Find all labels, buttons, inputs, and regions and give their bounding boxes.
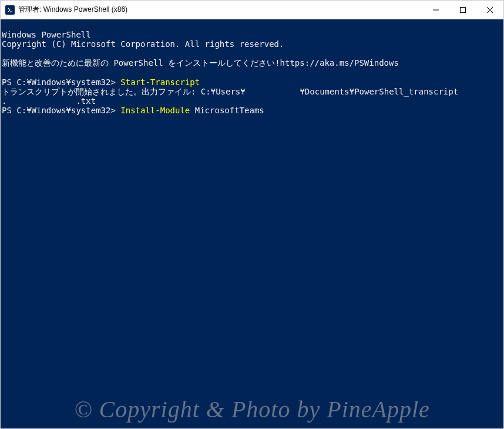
titlebar[interactable]: 管理者: Windows PowerShell (x86) <box>1 1 503 19</box>
maximize-icon <box>460 7 466 13</box>
powershell-window: 管理者: Windows PowerShell (x86) Windows Po… <box>0 0 504 429</box>
prompt: PS C:¥Windows¥system32> <box>2 106 120 115</box>
terminal-content[interactable]: Windows PowerShell Copyright (C) Microso… <box>1 19 503 428</box>
close-icon <box>487 7 493 13</box>
terminal-line: PS C:¥Windows¥system32> Install-Module M… <box>2 106 264 115</box>
powershell-icon <box>5 5 15 15</box>
close-button[interactable] <box>476 1 503 19</box>
minimize-icon <box>433 7 439 13</box>
terminal-line: PS C:¥Windows¥system32> Start-Transcript <box>2 77 200 87</box>
terminal-line: トランスクリプトが開始されました。出力ファイル: C:¥Users¥ ¥Docu… <box>2 87 458 96</box>
prompt: PS C:¥Windows¥system32> <box>2 77 120 87</box>
terminal-line: Windows PowerShell <box>2 30 91 39</box>
svg-rect-0 <box>461 7 466 12</box>
window-controls <box>422 1 503 19</box>
terminal-line: Copyright (C) Microsoft Corporation. All… <box>2 39 284 49</box>
minimize-button[interactable] <box>422 1 449 19</box>
maximize-button[interactable] <box>449 1 476 19</box>
command-arg: MicrosoftTeams <box>190 106 264 115</box>
command: Start-Transcript <box>120 77 200 87</box>
terminal-line: . .txt <box>2 96 96 106</box>
command: Install-Module <box>120 106 190 115</box>
window-title: 管理者: Windows PowerShell (x86) <box>18 5 422 15</box>
terminal-line: 新機能と改善のために最新の PowerShell をインストールしてください!h… <box>2 58 399 67</box>
